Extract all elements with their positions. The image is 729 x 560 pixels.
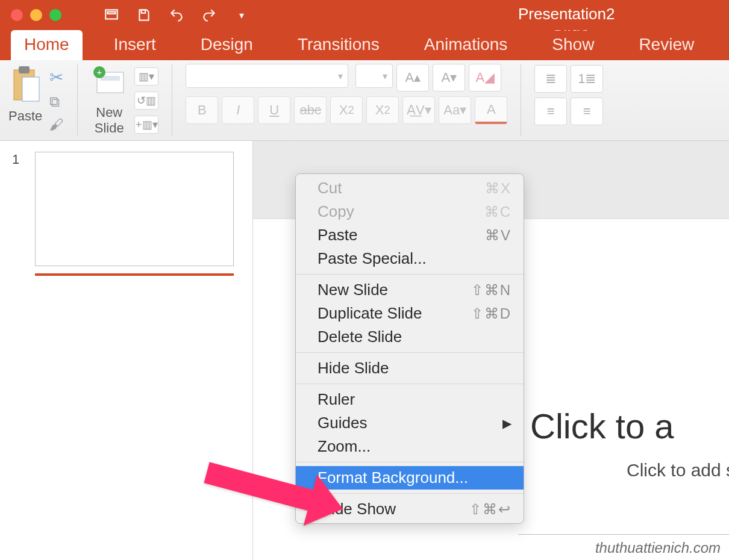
ribbon: Paste ✂︎ ⧉ 🖌︎ + New Slide ▥▾ ↺▥ +▥▾ ▾ ▾ … (0, 60, 729, 141)
font-color-button[interactable]: A (475, 96, 507, 124)
subscript-button[interactable]: X2 (366, 96, 399, 124)
slide-navigator: 1 (0, 141, 253, 560)
menu-shortcut: ⌘X (485, 180, 512, 197)
quick-access-toolbar: ▾ (104, 7, 249, 23)
tab-insert[interactable]: Insert (101, 30, 169, 60)
tab-label: Animations (424, 35, 508, 54)
paste-button[interactable]: Paste (8, 64, 42, 124)
menu-item-cut: Cut⌘X (296, 176, 524, 200)
align-left-button[interactable]: ≡ (534, 98, 567, 125)
menu-item-copy: Copy⌘C (296, 200, 524, 223)
redo-icon[interactable] (201, 7, 217, 23)
tab-transitions[interactable]: Transitions (284, 30, 393, 60)
paste-label: Paste (8, 108, 42, 124)
tab-view[interactable]: View (725, 30, 729, 60)
new-slide-button[interactable]: + New Slide (91, 64, 127, 136)
tab-label: Review (639, 35, 694, 54)
cut-icon[interactable]: ✂︎ (49, 67, 64, 87)
undo-icon[interactable] (169, 7, 184, 23)
menu-label: Duplicate Slide (318, 304, 422, 323)
thumbnail-selection-bar (35, 273, 234, 276)
new-slide-label: New Slide (95, 105, 124, 136)
menu-label: Delete Slide (318, 328, 402, 346)
save-icon[interactable] (136, 7, 152, 23)
bold-button[interactable]: B (186, 96, 218, 124)
tab-review[interactable]: Review (625, 30, 707, 60)
menu-item-ruler[interactable]: Ruler (296, 388, 524, 411)
submenu-arrow-icon: ▶ (502, 416, 512, 431)
menu-item-duplicate-slide[interactable]: Duplicate Slide⇧⌘D (296, 302, 524, 325)
title-bar: ▾ Presentation2 (0, 0, 729, 30)
menu-shortcut: ⇧⌘D (471, 305, 512, 322)
svg-rect-1 (108, 12, 116, 14)
menu-label: Copy (318, 202, 354, 221)
clipboard-icon (9, 64, 42, 106)
svg-rect-5 (22, 77, 39, 101)
customize-icon[interactable]: ▾ (234, 7, 249, 23)
menu-item-paste-special[interactable]: Paste Special... (296, 247, 524, 270)
font-size-select[interactable]: ▾ (355, 64, 393, 88)
menu-item-hide-slide[interactable]: Hide Slide (296, 356, 524, 380)
context-menu: Cut⌘X Copy⌘C Paste⌘V Paste Special... Ne… (295, 173, 524, 524)
tab-animations[interactable]: Animations (411, 30, 521, 60)
font-name-select[interactable]: ▾ (186, 64, 348, 88)
ribbon-tabs: Home Insert Design Transitions Animation… (0, 30, 729, 60)
menu-label: Paste Special... (318, 249, 427, 268)
menu-item-delete-slide[interactable]: Delete Slide (296, 325, 524, 349)
slide-thumbnail[interactable] (35, 152, 234, 266)
window-title: Presentation2 (518, 5, 627, 23)
svg-rect-4 (19, 66, 30, 73)
char-spacing-button[interactable]: A͟V▾ (402, 96, 435, 124)
tab-label: Home (24, 35, 69, 54)
svg-text:+: + (97, 67, 102, 77)
menu-shortcut: ⇧⌘N (471, 282, 512, 299)
slide-number: 1 (12, 152, 23, 266)
title-placeholder[interactable]: Click to a (530, 406, 674, 446)
menu-label: Zoom... (318, 437, 371, 456)
change-case-button[interactable]: Aa▾ (439, 96, 471, 124)
copy-icon[interactable]: ⧉ (49, 93, 64, 110)
underline-label: U (269, 102, 279, 118)
close-icon[interactable] (11, 9, 23, 21)
menu-shortcut: ⌘V (485, 227, 512, 244)
menu-label: Hide Slide (318, 359, 389, 378)
format-painter-icon[interactable]: 🖌︎ (49, 116, 64, 133)
numbering-button[interactable]: 1≣ (571, 65, 603, 93)
section-icon[interactable]: +▥▾ (134, 116, 158, 134)
increase-font-icon[interactable]: A▴ (396, 64, 429, 92)
svg-rect-2 (142, 10, 146, 13)
new-slide-icon: + (91, 64, 127, 102)
strike-button[interactable]: abc (294, 96, 327, 124)
menu-separator (296, 352, 524, 353)
italic-label: I (236, 102, 240, 118)
slide-layout-icon[interactable] (104, 7, 119, 23)
divider (518, 534, 729, 535)
menu-item-paste[interactable]: Paste⌘V (296, 223, 524, 247)
decrease-font-icon[interactable]: A▾ (433, 64, 465, 92)
strike-label: abc (300, 102, 321, 118)
menu-label: Paste (318, 226, 358, 244)
reset-icon[interactable]: ↺▥ (134, 92, 158, 110)
tab-home[interactable]: Home (11, 30, 83, 60)
zoom-icon[interactable] (49, 9, 61, 21)
menu-shortcut: ⌘C (484, 204, 512, 220)
watermark-text: thuthuattienich.com (595, 540, 721, 556)
superscript-button[interactable]: X2 (330, 96, 363, 124)
window-controls (0, 9, 61, 21)
italic-button[interactable]: I (222, 96, 254, 124)
menu-item-new-slide[interactable]: New Slide⇧⌘N (296, 278, 524, 302)
tab-design[interactable]: Design (187, 30, 266, 60)
menu-shortcut: ⇧⌘↩ (469, 501, 512, 518)
menu-separator (296, 384, 524, 384)
align-center-button[interactable]: ≡ (571, 98, 603, 125)
menu-item-zoom[interactable]: Zoom... (296, 435, 524, 458)
minimize-icon[interactable] (30, 9, 42, 21)
layout-icon[interactable]: ▥▾ (134, 67, 158, 86)
subtitle-placeholder[interactable]: Click to add s (627, 460, 729, 481)
tab-label: Transitions (298, 35, 380, 54)
clear-formatting-icon[interactable]: A◢ (469, 64, 501, 92)
underline-button[interactable]: U (258, 96, 290, 124)
menu-label: Guides (318, 414, 367, 432)
menu-item-guides[interactable]: Guides▶ (296, 411, 524, 435)
bullets-button[interactable]: ≣ (534, 65, 567, 93)
